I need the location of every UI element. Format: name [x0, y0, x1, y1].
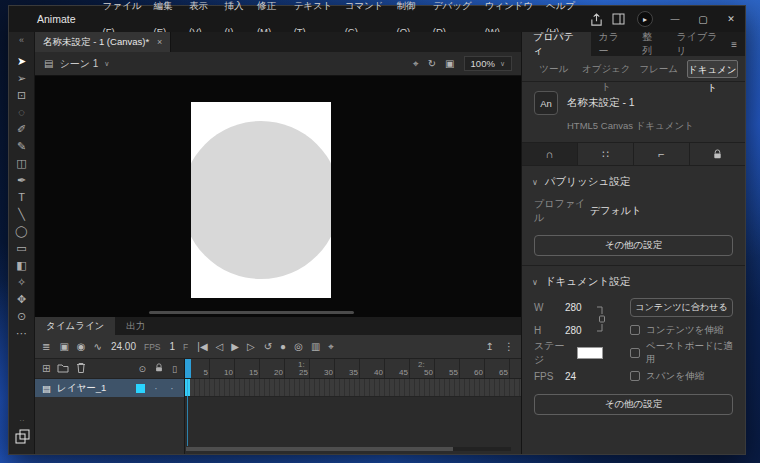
maximize-button[interactable]: ▢ — [689, 6, 717, 32]
camera-icon[interactable]: ▣ — [59, 341, 68, 352]
subtab-object[interactable]: オブジェクト — [582, 60, 632, 78]
snap-align-icon[interactable]: ∷ — [578, 143, 634, 165]
profile-value[interactable]: デフォルト — [590, 204, 641, 218]
document-tab[interactable]: 名称未設定 - 1 (Canvas)* × — [35, 32, 171, 52]
stage-color-swatch[interactable] — [577, 347, 603, 359]
document-fps-value[interactable]: 24 — [565, 371, 576, 382]
timeline-ruler[interactable]: 1: 2: 5101520253035404550556065 — [185, 359, 521, 379]
loop-icon[interactable]: ↺ — [264, 341, 272, 352]
scene-name[interactable]: シーン 1 — [59, 57, 98, 71]
zoom-control[interactable]: 100% ∨ — [464, 56, 512, 71]
publish-more-settings-button[interactable]: その他の設定 — [534, 235, 733, 256]
snap-icon[interactable]: ⌖ — [328, 341, 334, 353]
magnet-snap-icon[interactable]: ∩ — [522, 143, 578, 165]
tab-timeline[interactable]: タイムライン — [35, 317, 115, 335]
center-stage-icon[interactable]: ⌖ — [413, 58, 419, 70]
lasso-tool[interactable]: ◌ — [12, 104, 32, 121]
timeline-menu-icon[interactable]: ⋮ — [504, 341, 514, 352]
playhead[interactable] — [185, 359, 191, 378]
onion-skin-icon[interactable]: ● — [280, 341, 286, 352]
tab-align[interactable]: 整列 — [634, 32, 668, 56]
stage-height-value[interactable]: 280 — [565, 325, 582, 336]
layer-color-swatch[interactable] — [136, 384, 145, 393]
fps-group[interactable]: 24.00FPS — [111, 341, 161, 352]
canvas-hscrollbar[interactable] — [149, 311, 354, 314]
edit-multiple-frames-icon[interactable]: ▥ — [311, 341, 320, 352]
subtab-frame[interactable]: フレーム — [634, 60, 684, 78]
tab-output[interactable]: 出力 — [115, 317, 156, 335]
eyedropper-tool[interactable]: ✧ — [12, 274, 32, 291]
fps-value[interactable]: 24.00 — [111, 341, 136, 352]
edit-symbols-icon[interactable] — [15, 429, 30, 448]
close-button[interactable]: ✕ — [717, 6, 745, 32]
outline-column-icon[interactable]: ▯ — [172, 364, 177, 374]
subselection-tool[interactable]: ➢ — [12, 70, 32, 87]
go-to-first-frame-icon[interactable]: |◀ — [197, 341, 207, 352]
publish-settings-header[interactable]: ∨ パブリッシュ設定 — [522, 166, 745, 195]
match-contents-button[interactable]: コンテンツに合わせる — [630, 298, 733, 317]
brush-tool[interactable]: ✐ — [12, 121, 32, 138]
frame-counter-group[interactable]: 1F — [170, 341, 189, 352]
rectangle-tool[interactable]: ▭ — [12, 240, 32, 257]
oval-tool[interactable]: ◯ — [12, 223, 32, 240]
timeline-hscrollbar[interactable] — [186, 447, 511, 451]
layer-name[interactable]: レイヤー_1 — [57, 382, 106, 395]
stage-width-value[interactable]: 280 — [565, 302, 582, 313]
paint-bucket-tool[interactable]: ◧ — [12, 257, 32, 274]
quick-actions-icon[interactable]: ▸ — [637, 11, 653, 27]
hand-tool[interactable]: ✥ — [12, 291, 32, 308]
panel-menu-icon[interactable]: ≡ — [731, 32, 745, 56]
text-tool[interactable]: T — [12, 189, 32, 206]
current-frame-value[interactable]: 1 — [170, 341, 176, 352]
lock-column-icon[interactable] — [154, 363, 164, 375]
tab-close-icon[interactable]: × — [157, 37, 162, 47]
subtab-tool[interactable]: ツール — [529, 60, 579, 78]
tab-color[interactable]: カラー — [591, 32, 635, 56]
checkbox-scale-content[interactable]: コンテンツを伸縮 — [630, 324, 723, 337]
corner-guides-icon[interactable]: ⌐ — [634, 143, 690, 165]
layer-lock-dot[interactable]: · — [167, 383, 177, 394]
layer-row[interactable]: ▤ レイヤー_1 · · — [35, 379, 184, 397]
export-animation-icon[interactable]: ↥ — [486, 341, 494, 352]
layer-visibility-dot[interactable]: · — [151, 383, 161, 394]
tab-library[interactable]: ライブラリ — [669, 32, 732, 56]
selection-tool[interactable]: ➤ — [12, 53, 32, 70]
step-forward-icon[interactable]: ▷ — [247, 341, 255, 352]
free-transform-tool[interactable]: ⊡ — [12, 87, 32, 104]
step-back-icon[interactable]: ◁ — [216, 341, 224, 352]
rotate-view-icon[interactable]: ↻ — [428, 58, 436, 69]
collapse-panel-icon[interactable]: « — [19, 35, 24, 45]
checkbox-scale-spans[interactable]: スパンを伸縮 — [630, 370, 704, 383]
oval-shape[interactable] — [191, 121, 331, 279]
lock-icon[interactable] — [690, 143, 745, 165]
play-icon[interactable]: ▶ — [231, 341, 239, 352]
onion-skin-outline-icon[interactable]: ◎ — [294, 341, 303, 352]
show-hide-column-icon[interactable]: ⊙ — [139, 364, 147, 374]
eraser-tool[interactable]: ◫ — [12, 155, 32, 172]
checkbox-box[interactable] — [630, 325, 640, 335]
new-folder-icon[interactable] — [57, 363, 69, 375]
subtab-document[interactable]: ドキュメント — [687, 60, 739, 78]
tab-properties[interactable]: プロパティ — [522, 32, 591, 56]
document-settings-header[interactable]: ∨ ドキュメント設定 — [522, 266, 745, 295]
document-more-settings-button[interactable]: その他の設定 — [534, 394, 733, 415]
timeline-hscrollbar-thumb[interactable] — [186, 447, 453, 451]
layer-frames-row[interactable] — [185, 379, 521, 397]
workspace-layout-icon[interactable] — [607, 13, 629, 25]
graph-editor-icon[interactable]: ∿ — [94, 341, 102, 352]
pen-tool[interactable]: ✒ — [12, 172, 32, 189]
checkbox-apply-pasteboard[interactable]: ペーストボードに適用 — [630, 340, 733, 366]
share-icon[interactable] — [585, 13, 607, 26]
checkbox-box[interactable] — [630, 371, 640, 381]
show-layers-icon[interactable]: ≣ — [42, 341, 50, 352]
new-layer-icon[interactable]: ⊞ — [42, 363, 50, 374]
link-dimensions-icon[interactable] — [596, 306, 606, 336]
line-tool[interactable]: ╲ — [12, 206, 32, 223]
checkbox-box[interactable] — [630, 348, 640, 358]
minimize-button[interactable]: — — [661, 6, 689, 32]
stage[interactable] — [191, 102, 331, 298]
pencil-tool[interactable]: ✎ — [12, 138, 32, 155]
pasteboard[interactable] — [35, 76, 521, 317]
onion-marker-icon[interactable]: ◉ — [77, 341, 86, 352]
zoom-tool[interactable]: ⊙ — [12, 308, 32, 325]
